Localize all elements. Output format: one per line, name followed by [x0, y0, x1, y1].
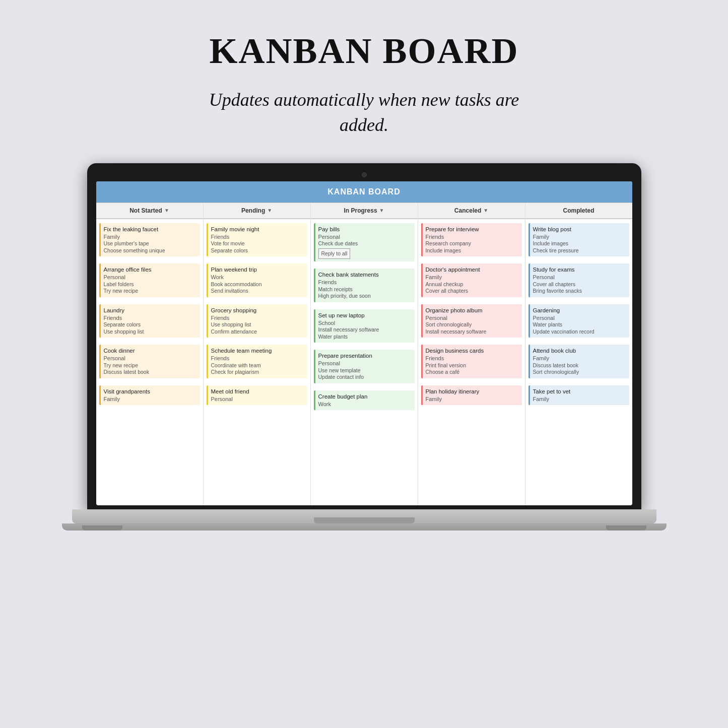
- col-completed: Completed Write blog post Family Include…: [525, 203, 632, 505]
- col-in-progress: In Progress ▼ Pay bills Personal Check d…: [311, 203, 418, 505]
- task-card: Meet old friend Personal: [207, 385, 307, 405]
- task-card: Cook dinner Personal Try new recipe Disc…: [99, 345, 200, 378]
- page-subtitle: Updates automatically when new tasks are…: [188, 87, 541, 138]
- task-card: Write blog post Family Include images Ch…: [528, 223, 629, 257]
- task-card: Laundry Friends Separate colors Use shop…: [99, 304, 200, 338]
- laptop-screen-inner: KANBAN BOARD Not Started ▼ Fix the leaki…: [96, 181, 632, 505]
- task-card: Grocery shopping Friends Use shopping li…: [207, 304, 307, 338]
- col-header-pending: Pending ▼: [204, 203, 310, 219]
- col-pending: Pending ▼ Family movie night Friends Vot…: [204, 203, 311, 505]
- task-card: Take pet to vet Family: [528, 385, 629, 405]
- col-body-completed: Write blog post Family Include images Ch…: [525, 219, 632, 409]
- task-card: Doctor's appointment Family Annual check…: [421, 263, 522, 297]
- col-header-not-started: Not Started ▼: [96, 203, 203, 219]
- task-card: Check bank statements Friends Match rece…: [314, 269, 415, 302]
- laptop-foot-right: [606, 525, 646, 531]
- task-card: Design business cards Friends Print fina…: [421, 345, 522, 378]
- laptop-camera: [362, 172, 367, 177]
- task-card: Prepare presentation Personal Use new te…: [314, 350, 415, 383]
- chevron-down-icon: ▼: [483, 208, 488, 213]
- task-card: Attend book club Family Discuss latest b…: [528, 345, 629, 378]
- task-card: Plan weekend trip Work Book accommodatio…: [207, 263, 307, 297]
- task-card: Gardening Personal Water plants Update v…: [528, 304, 629, 338]
- task-card: Prepare for interview Friends Research c…: [421, 223, 522, 257]
- task-card: Create budget plan Work: [314, 390, 415, 410]
- kanban-board: KANBAN BOARD Not Started ▼ Fix the leaki…: [96, 181, 632, 505]
- task-card: Plan holiday itinerary Family: [421, 385, 522, 405]
- col-not-started: Not Started ▼ Fix the leaking faucet Fam…: [96, 203, 204, 505]
- laptop-feet: [62, 523, 667, 531]
- col-body-canceled: Prepare for interview Friends Research c…: [418, 219, 525, 409]
- task-card: Schedule team meeting Friends Coordinate…: [207, 345, 307, 378]
- chevron-down-icon: ▼: [379, 208, 384, 213]
- laptop-base: [72, 509, 656, 523]
- chevron-down-icon: ▼: [267, 208, 272, 213]
- chevron-down-icon: ▼: [164, 208, 169, 213]
- col-canceled: Canceled ▼ Prepare for interview Friends…: [418, 203, 525, 505]
- laptop-frame: KANBAN BOARD Not Started ▼ Fix the leaki…: [87, 163, 641, 531]
- laptop-foot-left: [82, 525, 122, 531]
- col-header-completed: Completed: [525, 203, 632, 219]
- col-body-in-progress: Pay bills Personal Check due dates Reply…: [311, 219, 418, 414]
- task-card: Organize photo album Personal Sort chron…: [421, 304, 522, 338]
- task-card: Set up new laptop School Install necessa…: [314, 309, 415, 343]
- kanban-board-header: KANBAN BOARD: [96, 181, 632, 203]
- kanban-columns: Not Started ▼ Fix the leaking faucet Fam…: [96, 203, 632, 505]
- task-card: Family movie night Friends Vote for movi…: [207, 223, 307, 257]
- task-card: Fix the leaking faucet Family Use plumbe…: [99, 223, 200, 257]
- laptop-screen-outer: KANBAN BOARD Not Started ▼ Fix the leaki…: [87, 163, 641, 509]
- task-card: Visit grandparents Family: [99, 385, 200, 405]
- col-header-in-progress: In Progress ▼: [311, 203, 418, 219]
- laptop-camera-bar: [96, 172, 632, 177]
- col-body-pending: Family movie night Friends Vote for movi…: [204, 219, 310, 409]
- col-header-canceled: Canceled ▼: [418, 203, 525, 219]
- task-card: Pay bills Personal Check due dates Reply…: [314, 223, 415, 262]
- task-card: Study for exams Personal Cover all chapt…: [528, 263, 629, 297]
- page-title: KANBAN BOARD: [209, 30, 518, 72]
- col-body-not-started: Fix the leaking faucet Family Use plumbe…: [96, 219, 203, 409]
- task-card: Arrange office files Personal Label fold…: [99, 263, 200, 297]
